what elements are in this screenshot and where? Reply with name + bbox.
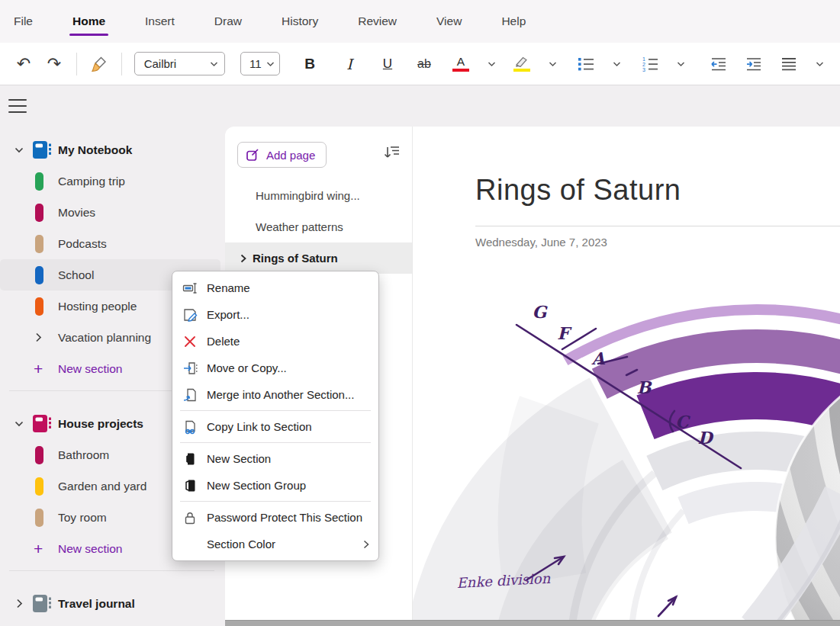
context-item-rename[interactable]: Rename [172,274,378,301]
copy-link-icon [182,419,198,435]
numbered-list-icon: 123 [642,56,658,72]
svg-text:D: D [697,428,714,448]
bullet-list-icon [578,56,594,72]
notebook-icon [31,140,58,160]
notebook-name: House projects [58,417,143,431]
strikethrough-button[interactable]: ab [411,49,437,79]
numbered-list-button[interactable]: 123 [637,49,663,79]
context-item-label: Move or Copy... [207,361,287,374]
align-button[interactable] [776,49,802,79]
new-section-icon [182,451,198,467]
context-item-new-section-group[interactable]: New Section Group [172,472,378,499]
highlight-button[interactable] [509,49,535,79]
sidebar-notebook-my-notebook[interactable]: My Notebook [0,134,225,165]
undo-icon: ↶ [17,54,31,74]
font-color-dropdown[interactable] [478,49,504,79]
context-item-export[interactable]: Export... [172,301,378,328]
menu-view[interactable]: View [435,11,463,31]
context-item-move-or-copy[interactable]: Move or Copy... [172,355,378,381]
submenu-chevron-icon [363,540,369,549]
context-item-section-color[interactable]: Section Color [172,531,378,557]
font-color-button[interactable]: A [448,49,474,79]
font-name-select[interactable]: Cailbri [134,52,225,75]
increase-indent-button[interactable] [741,49,767,79]
context-item-password-protect[interactable]: Password Protect This Section [172,504,378,531]
bullet-list-button[interactable] [573,49,599,79]
section-name: Movies [58,206,95,220]
chevron-right-icon[interactable] [31,332,58,342]
chevron-down-icon [210,61,218,67]
menu-review[interactable]: Review [356,11,398,31]
horizontal-scrollbar[interactable] [225,620,840,626]
page-canvas[interactable]: Rings of Saturn Wednesday, June 7, 2023 [412,127,840,626]
section-color-tab [31,235,58,253]
chevron-down-icon[interactable] [8,146,31,153]
section-name: Podcasts [58,237,107,251]
page-title[interactable]: Rings of Saturn [475,174,681,207]
sort-pages-button[interactable] [383,145,400,160]
context-item-new-section[interactable]: New Section [172,445,378,472]
menu-draw[interactable]: Draw [213,11,243,31]
redo-button[interactable]: ↷ [41,49,67,79]
chevron-down-icon [613,61,621,67]
menu-home[interactable]: Home [71,11,107,31]
undo-button[interactable]: ↶ [11,49,37,79]
chevron-right-icon[interactable] [8,599,31,608]
highlighter-icon [514,56,529,67]
chevron-down-icon [266,61,275,67]
add-page-button[interactable]: Add page [237,142,327,168]
sidebar-section-movies[interactable]: Movies [0,197,225,228]
align-dropdown[interactable] [806,49,832,79]
notebook-name: My Notebook [58,143,132,157]
format-painter-button[interactable] [86,49,112,79]
svg-text:G: G [533,302,549,322]
menu-history[interactable]: History [280,11,320,31]
bold-button[interactable]: B [297,49,323,79]
svg-text:F: F [557,323,572,343]
bold-icon: B [304,56,315,72]
export-icon [182,307,198,323]
page-item-rings-of-saturn[interactable]: Rings of Saturn [225,242,412,274]
context-item-label: Merge into Another Section... [207,388,354,401]
decrease-indent-button[interactable] [706,49,732,79]
add-page-icon [246,148,260,162]
numbered-list-dropdown[interactable] [668,49,694,79]
underline-button[interactable]: U [375,49,401,79]
context-item-merge[interactable]: Merge into Another Section... [172,381,378,408]
menu-help[interactable]: Help [500,11,527,31]
chevron-down-icon[interactable] [8,420,31,427]
page-item-hummingbird[interactable]: Hummingbird wing... [225,180,412,211]
bullet-list-dropdown[interactable] [603,49,629,79]
page-date: Wednesday, June 7, 2023 [475,236,607,249]
font-size-select[interactable]: 11 [240,52,280,75]
sidebar-divider [9,570,214,571]
menu-file[interactable]: File [12,11,34,31]
chevron-right-icon[interactable] [240,254,246,263]
notebook-icon [31,413,58,434]
bottom-arrow [658,597,676,616]
highlight-dropdown[interactable] [539,49,565,79]
add-page-label: Add page [266,149,315,162]
new-section-group-icon [182,478,198,493]
italic-button[interactable]: I [336,49,362,79]
context-menu-divider [180,442,371,443]
increase-indent-icon [745,55,763,73]
section-color-tab [31,477,58,496]
svg-text:C: C [675,412,690,432]
context-item-delete[interactable]: Delete [172,328,378,355]
sidebar-section-podcasts[interactable]: Podcasts [0,228,225,259]
svg-text:A: A [591,348,605,368]
navigation-menu-button[interactable] [8,98,27,114]
context-item-copy-link[interactable]: Copy Link to Section [172,413,378,440]
sidebar-notebook-travel-journal[interactable]: Travel journal [0,588,225,619]
context-item-label: Rename [207,281,250,294]
merge-icon [182,387,198,403]
sidebar-section-camping-trip[interactable]: Camping trip [0,165,225,197]
active-tab-underline [69,34,108,37]
page-item-weather-patterns[interactable]: Weather patterns [225,211,412,242]
menu-insert[interactable]: Insert [143,11,176,31]
context-item-label: Password Protect This Section [207,511,362,524]
rename-icon [182,281,198,296]
lock-icon [182,510,198,525]
notebook-name: Travel journal [58,597,135,611]
